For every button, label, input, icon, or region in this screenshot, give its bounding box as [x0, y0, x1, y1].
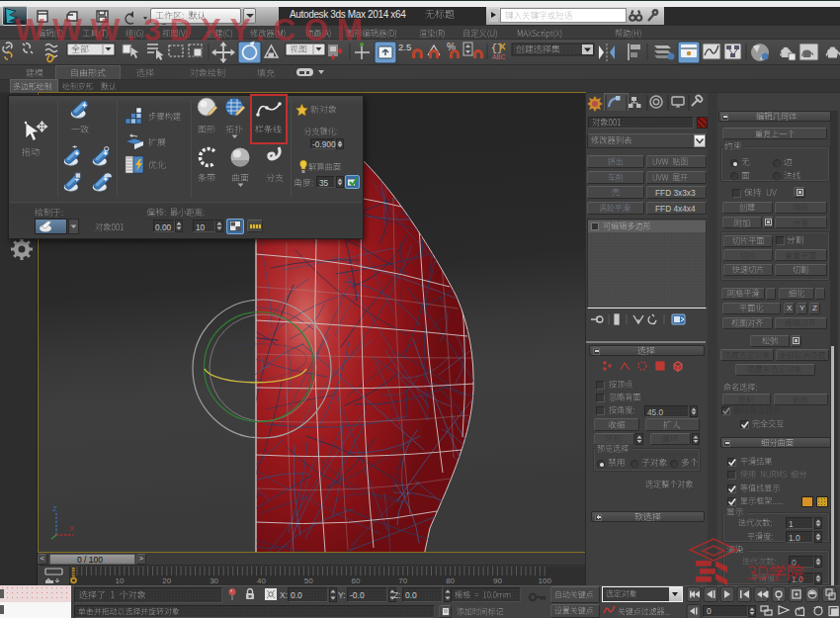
svg-text:X: X: [69, 524, 75, 533]
svg-text:100: 100: [539, 576, 552, 585]
svg-text:30: 30: [210, 576, 218, 585]
svg-text:20: 20: [162, 576, 171, 585]
svg-text:2.5: 2.5: [398, 42, 411, 52]
svg-text:ABC: ABC: [492, 53, 506, 60]
svg-text:Z: Z: [52, 504, 57, 513]
svg-text:70: 70: [398, 576, 407, 585]
svg-text:80: 80: [446, 576, 455, 585]
svg-text:90: 90: [493, 576, 502, 585]
svg-text:60: 60: [352, 576, 361, 585]
svg-text:10: 10: [116, 576, 125, 585]
svg-text:50: 50: [304, 576, 313, 585]
svg-text:40: 40: [257, 576, 266, 585]
